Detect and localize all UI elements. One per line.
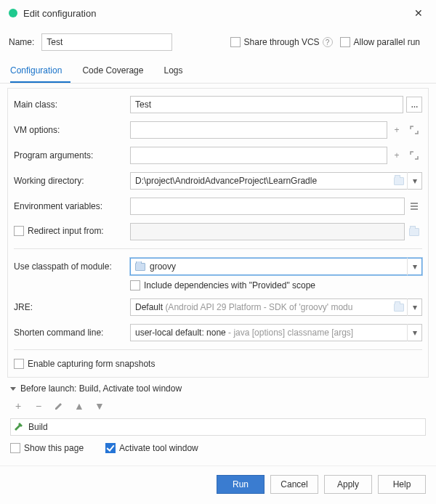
- chevron-down-icon[interactable]: ▾: [407, 298, 421, 316]
- working-dir-field[interactable]: D:\project\AndroidAdvanceProject\LearnGr…: [131, 176, 389, 186]
- list-icon[interactable]: [406, 198, 422, 214]
- main-class-field[interactable]: [130, 96, 403, 113]
- chevron-down-icon: [10, 387, 16, 391]
- add-button[interactable]: +: [10, 398, 26, 414]
- edit-button[interactable]: [51, 398, 67, 414]
- name-field[interactable]: [41, 33, 172, 51]
- svg-rect-1: [411, 206, 418, 207]
- folder-icon[interactable]: [391, 173, 407, 189]
- folder-icon: [135, 263, 145, 271]
- add-icon[interactable]: +: [389, 122, 405, 138]
- main-class-label: Main class:: [14, 99, 130, 110]
- app-icon: [9, 9, 17, 17]
- apply-button[interactable]: Apply: [324, 475, 372, 494]
- move-up-button[interactable]: ▲: [71, 398, 87, 414]
- chevron-down-icon[interactable]: ▾: [407, 258, 421, 275]
- include-provided-checkbox[interactable]: Include dependencies with "Provided" sco…: [130, 280, 315, 290]
- help-button[interactable]: Help: [378, 475, 426, 494]
- jre-label: JRE:: [14, 302, 130, 312]
- redirect-input-field: [130, 223, 405, 240]
- expand-icon[interactable]: [406, 122, 422, 138]
- close-icon[interactable]: ✕: [410, 6, 427, 20]
- env-vars-field[interactable]: [130, 198, 405, 215]
- name-label: Name:: [9, 37, 34, 47]
- tab-logs[interactable]: Logs: [164, 60, 191, 83]
- shorten-select[interactable]: user-local default: none - java [options…: [131, 328, 407, 338]
- enable-snapshots-checkbox[interactable]: Enable capturing form snapshots: [14, 359, 155, 369]
- jre-select[interactable]: Default (Android API 29 Platform - SDK o…: [131, 302, 389, 312]
- program-args-label: Program arguments:: [14, 150, 130, 160]
- before-launch-list[interactable]: Build: [10, 418, 426, 436]
- shorten-label: Shorten command line:: [14, 328, 130, 338]
- redirect-input-checkbox[interactable]: Redirect input from:: [14, 226, 104, 236]
- cancel-button[interactable]: Cancel: [270, 475, 318, 494]
- browse-class-button[interactable]: …: [406, 97, 422, 113]
- add-icon[interactable]: +: [389, 147, 405, 163]
- tab-configuration[interactable]: Configuration: [10, 60, 70, 83]
- activate-tool-window-checkbox[interactable]: Activate tool window: [105, 443, 198, 453]
- dialog-title: Edit configuration: [23, 8, 410, 19]
- run-button[interactable]: Run: [217, 475, 265, 494]
- move-down-button[interactable]: ▼: [92, 398, 108, 414]
- build-icon: [14, 422, 24, 432]
- chevron-down-icon[interactable]: ▾: [407, 172, 421, 190]
- show-this-page-checkbox[interactable]: Show this page: [10, 443, 84, 453]
- classpath-module-label: Use classpath of module:: [14, 261, 130, 272]
- chevron-down-icon[interactable]: ▾: [407, 324, 421, 341]
- help-icon[interactable]: ?: [323, 37, 333, 47]
- tab-code-coverage[interactable]: Code Coverage: [82, 60, 152, 83]
- vm-options-field[interactable]: [130, 121, 387, 139]
- svg-rect-2: [411, 208, 418, 210]
- expand-icon[interactable]: [406, 147, 422, 163]
- share-vcs-checkbox[interactable]: Share through VCS ?: [230, 37, 333, 47]
- before-launch-header[interactable]: Before launch: Build, Activate tool wind…: [10, 383, 426, 394]
- vm-options-label: VM options:: [14, 125, 130, 135]
- working-dir-label: Working directory:: [14, 176, 130, 186]
- allow-parallel-checkbox[interactable]: Allow parallel run: [340, 37, 420, 47]
- remove-button[interactable]: −: [31, 398, 47, 414]
- program-args-field[interactable]: [130, 147, 387, 164]
- classpath-module-select[interactable]: groovy ▾: [130, 258, 422, 275]
- env-vars-label: Environment variables:: [14, 201, 130, 211]
- folder-icon[interactable]: [406, 224, 422, 240]
- folder-icon[interactable]: [391, 299, 407, 315]
- svg-rect-0: [411, 203, 418, 204]
